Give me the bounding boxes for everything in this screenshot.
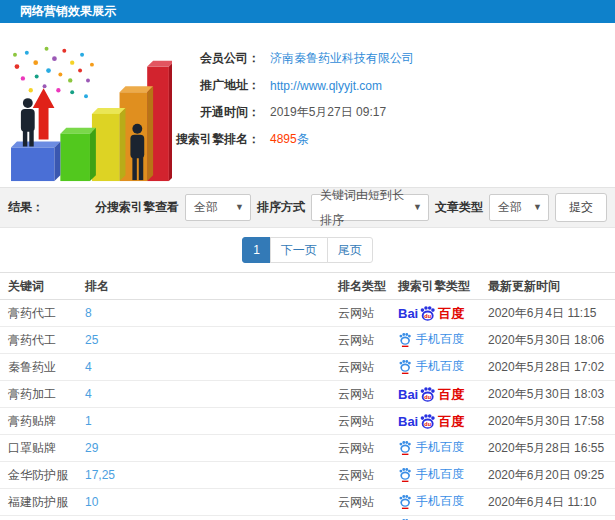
baidu-paw-icon: du — [419, 386, 436, 403]
svg-text:du: du — [425, 312, 432, 318]
info-value[interactable]: http://www.qlyyjt.com — [270, 79, 382, 93]
engine-cell: 手机百度 — [398, 327, 488, 354]
table-row: 膏药代工25云网站 手机百度2020年5月30日 18:06 — [0, 327, 615, 354]
info-value: 4895条 — [270, 131, 309, 148]
engine-cell: Bai du百度 — [398, 408, 488, 435]
engine-view-label: 分搜索引擎查看 — [95, 199, 179, 216]
baidu-logo: Bai du百度 — [398, 413, 464, 430]
up-arrow-icon — [33, 88, 55, 139]
next-page-button[interactable]: 下一页 — [270, 237, 328, 263]
keyword-cell: 膏药贴牌 — [0, 408, 85, 435]
ranking-count: 4895 — [270, 132, 297, 146]
baidu-paw-icon: du — [419, 305, 436, 322]
keyword-cell: 膏药代工 — [0, 300, 85, 327]
submit-button[interactable]: 提交 — [555, 193, 607, 222]
chevron-down-icon: ▼ — [533, 195, 542, 220]
engine-cell: Bai du百度 — [398, 381, 488, 408]
mobile-baidu-logo: 手机百度 — [398, 466, 464, 483]
article-type-selected-value: 全部 — [498, 195, 522, 220]
engine-cell: 手机百度 — [398, 435, 488, 462]
table-row: 膏药贴牌1云网站 Bai du百度2020年5月30日 17:58 — [0, 408, 615, 435]
updated-cell: 2020年5月30日 18:03 — [488, 381, 615, 408]
table-header-row: 关键词 排名 排名类型 搜索引擎类型 最新更新时间 — [0, 273, 615, 300]
keyword-cell: 膏药加工 — [0, 381, 85, 408]
col-keyword: 关键词 — [0, 273, 85, 300]
engine-cell — [398, 516, 488, 520]
baidu-logo-cn-text: 百度 — [438, 388, 464, 401]
baidu-logo-bai-text: Bai — [398, 307, 418, 320]
info-row: 开通时间：2019年5月27日 09:17 — [150, 99, 607, 126]
rank-link[interactable]: 8 — [85, 306, 92, 320]
mobile-baidu-paw-icon — [398, 332, 412, 347]
rank-type-cell: 云网站 — [338, 327, 398, 354]
page-1-button[interactable]: 1 — [242, 237, 271, 263]
rank-cell: 1 — [85, 408, 338, 435]
col-updated: 最新更新时间 — [488, 273, 615, 300]
updated-cell — [488, 516, 615, 520]
rank-cell: 25 — [85, 327, 338, 354]
baidu-logo-bai-text: Bai — [398, 415, 418, 428]
rank-type-cell: 云网站 — [338, 489, 398, 516]
rank-type-cell: 云网站 — [338, 408, 398, 435]
col-rank: 排名 — [85, 273, 338, 300]
mobile-baidu-paw-icon — [398, 494, 412, 509]
baidu-logo: Bai du百度 — [398, 305, 464, 322]
mobile-baidu-logo: 手机百度 — [398, 493, 464, 510]
chart-bars — [11, 61, 172, 181]
rank-cell: 8 — [85, 300, 338, 327]
engine-cell: 手机百度 — [398, 489, 488, 516]
sort-select[interactable]: 关键词由短到长排序 ▼ — [311, 194, 429, 221]
table-row: 膏药加工4云网站 Bai du百度2020年5月30日 18:03 — [0, 381, 615, 408]
updated-cell: 2020年5月28日 17:02 — [488, 354, 615, 381]
table-row: 福建防护服10云网站 手机百度2020年6月4日 11:10 — [0, 489, 615, 516]
mobile-baidu-label: 手机百度 — [416, 358, 464, 375]
rank-cell — [85, 516, 338, 520]
info-label: 搜索引擎排名： — [150, 131, 260, 148]
confetti-dots — [13, 47, 94, 98]
rank-link[interactable]: 17,25 — [85, 468, 115, 482]
rank-cell: 4 — [85, 381, 338, 408]
sort-label: 排序方式 — [257, 199, 305, 216]
keyword-cell: 口罩贴牌 — [0, 435, 85, 462]
filter-bar: 结果： 分搜索引擎查看 全部 ▼ 排序方式 关键词由短到长排序 ▼ 文章类型 全… — [0, 187, 615, 228]
table-row: 金华防护服17,25云网站 手机百度2020年6月20日 09:25 — [0, 462, 615, 489]
baidu-paw-icon: du — [419, 413, 436, 430]
rank-link[interactable]: 25 — [85, 333, 98, 347]
engine-view-select[interactable]: 全部 ▼ — [185, 194, 251, 221]
rank-type-cell: 云网站 — [338, 300, 398, 327]
baidu-logo: Bai du百度 — [398, 386, 464, 403]
baidu-logo-bai-text: Bai — [398, 388, 418, 401]
article-type-select[interactable]: 全部 ▼ — [489, 194, 549, 221]
mobile-baidu-logo: 手机百度 — [398, 358, 464, 375]
rank-cell: 17,25 — [85, 462, 338, 489]
rank-link[interactable]: 4 — [85, 387, 92, 401]
businessman-left — [21, 98, 35, 146]
info-label: 开通时间： — [150, 104, 260, 121]
keyword-cell: 金华防护服 — [0, 462, 85, 489]
info-row: 推广地址：http://www.qlyyjt.com — [150, 72, 607, 99]
ranking-count-unit: 条 — [297, 132, 309, 146]
info-value[interactable]: 济南秦鲁药业科技有限公司 — [270, 50, 414, 67]
keyword-cell: 秦鲁药业 — [0, 354, 85, 381]
rank-link[interactable]: 29 — [85, 441, 98, 455]
mobile-baidu-label: 手机百度 — [416, 439, 464, 456]
last-page-button[interactable]: 尾页 — [327, 237, 373, 263]
rank-link[interactable]: 4 — [85, 360, 92, 374]
rank-link[interactable]: 10 — [85, 495, 98, 509]
article-type-label: 文章类型 — [435, 199, 483, 216]
table-row — [0, 516, 615, 520]
mobile-baidu-label: 手机百度 — [416, 466, 464, 483]
info-value: 2019年5月27日 09:17 — [270, 104, 386, 121]
results-table: 关键词 排名 排名类型 搜索引擎类型 最新更新时间 膏药代工8云网站 Bai d… — [0, 272, 615, 520]
updated-cell: 2020年6月4日 11:15 — [488, 300, 615, 327]
updated-cell: 2020年5月28日 16:55 — [488, 435, 615, 462]
filter-controls: 分搜索引擎查看 全部 ▼ 排序方式 关键词由短到长排序 ▼ 文章类型 全部 ▼ … — [95, 193, 607, 222]
rank-cell: 4 — [85, 354, 338, 381]
sort-selected-value: 关键词由短到长排序 — [320, 183, 407, 233]
rank-link[interactable]: 1 — [85, 414, 92, 428]
mobile-baidu-logo: 手机百度 — [398, 439, 464, 456]
col-rank-type: 排名类型 — [338, 273, 398, 300]
engine-cell: Bai du百度 — [398, 300, 488, 327]
mobile-baidu-paw-icon — [398, 467, 412, 482]
titlebar: 网络营销效果展示 — [0, 0, 615, 23]
